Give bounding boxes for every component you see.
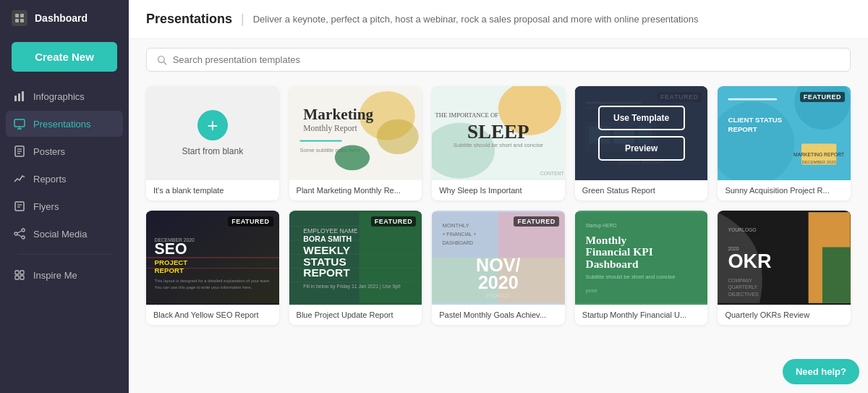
svg-line-20 [17, 231, 22, 233]
svg-text:WEEKLY: WEEKLY [303, 244, 350, 256]
main-content: Presentations | Deliver a keynote, perfe… [129, 0, 868, 393]
sidebar-label-reports: Reports [33, 174, 67, 185]
svg-text:Monthly Report: Monthly Report [303, 124, 357, 133]
svg-rect-25 [20, 276, 24, 279]
svg-point-30 [376, 119, 418, 154]
svg-text:FROM.CO: FROM.CO [487, 293, 510, 298]
okr-thumbnail: YOURLOGO 2020 OKR COMPANY QUARTERLY OBJE… [718, 211, 851, 305]
template-label-sleep: Why Sleep Is Important [432, 180, 565, 200]
svg-text:You can use this page to write: You can use this page to write your info… [155, 285, 252, 290]
sidebar-item-social-media[interactable]: Social Media [6, 221, 123, 247]
svg-rect-7 [14, 119, 25, 127]
create-new-button[interactable]: Create New [12, 42, 117, 72]
page-title: Presentations [146, 12, 232, 27]
template-label-green-status: Green Status Report [575, 180, 708, 200]
template-card-okr[interactable]: YOURLOGO 2020 OKR COMPANY QUARTERLY OBJE… [718, 211, 851, 325]
need-help-button[interactable]: Need help? [783, 359, 859, 384]
page-header: Presentations | Deliver a keynote, perfe… [129, 0, 868, 39]
template-label-pastel: Pastel Monthly Goals Achiev... [432, 305, 565, 325]
svg-line-21 [17, 234, 22, 237]
blue-thumb: EMPLOYEE NAME BORA SMITH WEEKLY STATUS R… [289, 211, 422, 305]
svg-text:SEO: SEO [155, 240, 187, 258]
template-card-sleep[interactable]: THE IMPORTANCE OF SLEEP Subtitle should … [432, 86, 565, 200]
template-card-blue-project[interactable]: EMPLOYEE NAME BORA SMITH WEEKLY STATUS R… [289, 211, 422, 325]
svg-point-17 [22, 229, 25, 232]
template-label-blank: It's a blank template [146, 180, 279, 200]
svg-rect-1 [20, 14, 24, 17]
sidebar-item-posters[interactable]: Posters [6, 138, 123, 164]
svg-text:Dashboard: Dashboard [585, 258, 638, 270]
flyers-icon [13, 200, 26, 213]
pastel-thumb: MONTHLY + FINANCIAL + DASHBOARD NOV/ 202… [432, 211, 565, 305]
svg-point-35 [334, 145, 369, 170]
svg-text:CONTENT ONLINE: CONTENT ONLINE [540, 171, 565, 176]
svg-text:This layout is designed for a : This layout is designed for a detailed e… [155, 279, 271, 283]
sidebar-nav: Infographics Presentations [0, 83, 129, 288]
sidebar-item-reports[interactable]: Reports [6, 166, 123, 192]
page-subtitle: Deliver a keynote, perfect a pitch, host… [253, 14, 699, 25]
template-label-okr: Quarterly OKRs Review [718, 305, 851, 325]
sidebar-item-flyers[interactable]: Flyers [6, 193, 123, 219]
sleep-thumb: THE IMPORTANCE OF SLEEP Subtitle should … [432, 86, 565, 180]
dashboard-icon [12, 10, 27, 26]
presentation-icon [13, 117, 26, 130]
featured-badge-seo: FEATURED [228, 216, 273, 227]
sidebar-item-inspire-me[interactable]: Inspire Me [6, 262, 123, 288]
svg-rect-54 [728, 98, 778, 101]
svg-rect-14 [15, 202, 24, 211]
preview-button[interactable]: Preview [598, 136, 685, 161]
templates-grid: + Start from blank It's a blank template… [129, 80, 868, 393]
svg-text:2020: 2020 [478, 272, 519, 292]
sidebar-logo: Dashboard [0, 0, 129, 36]
svg-text:STATUS: STATUS [303, 255, 346, 268]
svg-text:EMPLOYEE NAME: EMPLOYEE NAME [303, 227, 358, 234]
blank-thumb: + Start from blank [146, 86, 279, 180]
template-card-sunny[interactable]: CLIENT STATUS REPORT MARKETING REPORT DE… [718, 86, 851, 200]
svg-point-19 [22, 236, 25, 239]
financial-thumb: Startup HERO Monthly Financial KPI Dashb… [575, 211, 708, 305]
svg-text:THE IMPORTANCE OF: THE IMPORTANCE OF [435, 111, 499, 119]
sleep-thumbnail: THE IMPORTANCE OF SLEEP Subtitle should … [432, 86, 565, 180]
svg-rect-6 [22, 91, 24, 101]
template-card-marketing[interactable]: Marketing Monthly Report Some subtitle g… [289, 86, 422, 200]
social-icon [13, 227, 26, 240]
svg-text:+ FINANCIAL +: + FINANCIAL + [443, 232, 477, 237]
featured-badge-blue: FEATURED [371, 216, 416, 227]
svg-text:Monthly: Monthly [585, 234, 626, 246]
svg-text:REPORT: REPORT [155, 266, 184, 274]
search-icon [157, 55, 167, 65]
template-label-financial: Startup Monthly Financial U... [575, 305, 708, 325]
svg-rect-2 [15, 19, 19, 22]
sidebar-label-flyers: Flyers [33, 201, 59, 212]
template-label-sunny: Sunny Acquisition Project R... [718, 180, 851, 200]
sunny-thumb: CLIENT STATUS REPORT MARKETING REPORT DE… [718, 86, 851, 180]
marketing-thumbnail: Marketing Monthly Report Some subtitle g… [289, 86, 422, 180]
sidebar-label-infographics: Infographics [33, 91, 85, 102]
svg-text:Fill in below by Friday 11 Jan: Fill in below by Friday 11 Jan 2021 | Us… [303, 284, 401, 290]
financial-thumbnail: Startup HERO Monthly Financial KPI Dashb… [575, 211, 708, 305]
marketing-thumb: Marketing Monthly Report Some subtitle g… [289, 86, 422, 180]
sidebar-item-infographics[interactable]: Infographics [6, 83, 123, 109]
svg-rect-22 [15, 271, 19, 274]
sidebar-item-presentations[interactable]: Presentations [6, 111, 123, 137]
featured-badge-sunny: FEATURED [800, 92, 845, 102]
dashboard-label: Dashboard [35, 12, 88, 24]
svg-text:REPORT: REPORT [728, 125, 757, 133]
template-card-seo[interactable]: DECEMBER 2020 SEO PROJECT REPORT This la… [146, 211, 279, 325]
svg-text:MONTHLY: MONTHLY [443, 222, 469, 229]
svg-text:REPORT: REPORT [303, 266, 350, 279]
template-card-blank[interactable]: + Start from blank It's a blank template [146, 86, 279, 200]
search-bar [129, 39, 868, 80]
search-input[interactable] [173, 54, 840, 65]
svg-text:BORA SMITH: BORA SMITH [303, 234, 352, 243]
template-card-green-status[interactable]: STATUS REPORT FEATURED Use Template Prev… [575, 86, 708, 200]
green-thumb: STATUS REPORT FEATURED Use Template Prev… [575, 86, 708, 180]
svg-point-18 [14, 232, 17, 235]
seo-thumb: DECEMBER 2020 SEO PROJECT REPORT This la… [146, 211, 279, 305]
svg-text:OBJECTIVES: OBJECTIVES [728, 292, 760, 297]
template-card-pastel[interactable]: MONTHLY + FINANCIAL + DASHBOARD NOV/ 202… [432, 211, 565, 325]
use-template-button[interactable]: Use Template [598, 106, 685, 130]
svg-text:DECEMBER 2020: DECEMBER 2020 [802, 160, 836, 164]
template-card-financial[interactable]: Startup HERO Monthly Financial KPI Dashb… [575, 211, 708, 325]
svg-text:Subtitle should be short and c: Subtitle should be short and concise [585, 274, 675, 280]
